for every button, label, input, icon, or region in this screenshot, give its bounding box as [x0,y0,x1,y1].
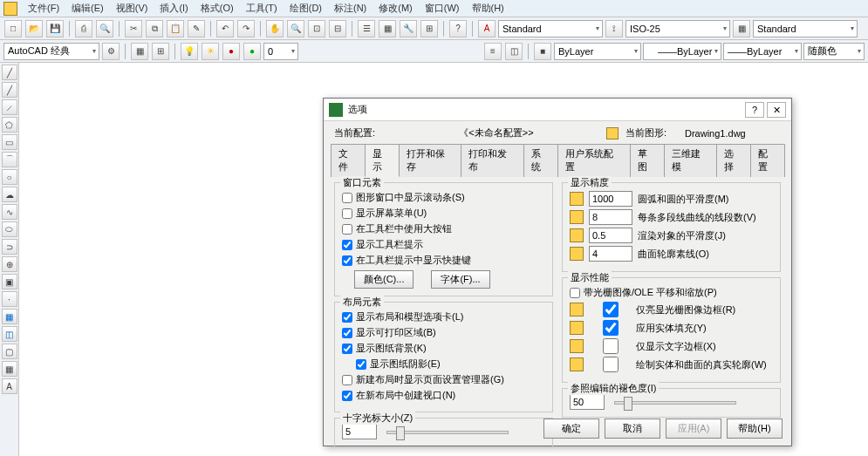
tab-profiles[interactable]: 配置 [750,144,785,177]
chk-silhouette[interactable]: 绘制实体和曲面的真实轮廓(W) [589,357,767,372]
tab-file[interactable]: 文件 [331,144,366,177]
tab-opensave[interactable]: 打开和保存 [399,144,462,177]
chk-viewport[interactable]: 在新布局中创建视口(N) [342,389,545,402]
open-icon[interactable]: 📂 [25,20,43,37]
paste-icon[interactable]: 📋 [167,20,184,37]
cancel-button[interactable]: 取消 [605,419,660,439]
copy-icon[interactable]: ⧉ [146,20,163,37]
dimstyle-dropdown[interactable]: ISO-25 [625,20,730,37]
freeze-icon[interactable]: ☀ [202,43,219,60]
xline-icon[interactable]: ╱ [2,82,17,98]
dimstyle-icon[interactable]: ⟟ [605,20,623,37]
rect-icon[interactable]: ▭ [2,134,17,150]
layer-dropdown[interactable]: ByLayer [554,43,641,60]
chk-textframe[interactable]: 仅显示文字边框(X) [589,338,716,354]
pan-icon[interactable]: ✋ [266,20,284,37]
tab-display[interactable]: 显示 [365,144,400,177]
new-icon[interactable]: □ [4,20,22,37]
menu-dim[interactable]: 标注(N) [329,0,372,17]
menu-file[interactable]: 文件(F) [23,0,65,17]
tab-draft[interactable]: 草图 [630,144,665,177]
dc-icon[interactable]: ▦ [379,20,396,37]
chk-screenmenu[interactable]: 显示屏幕菜单(U) [342,207,545,220]
chk-bigbuttons[interactable]: 在工具栏中使用大按钮 [342,222,545,235]
color-swatch[interactable]: ■ [534,43,551,60]
chk-papershadow[interactable]: 显示图纸阴影(E) [342,357,545,371]
menu-insert[interactable]: 插入(I) [154,0,193,17]
spline-icon[interactable]: ∿ [2,204,17,220]
help-button[interactable]: ? [745,102,764,118]
zoomp-icon[interactable]: ⊟ [329,20,346,37]
snap-icon[interactable]: ⊞ [152,43,169,60]
close-button[interactable]: ✕ [767,102,786,118]
mtext-icon[interactable]: A [2,378,17,394]
pline-seg-input[interactable] [589,209,632,225]
tool-icon[interactable]: 🔧 [400,20,417,37]
menu-window[interactable]: 窗口(W) [420,0,465,17]
ellipse-icon[interactable]: ⬭ [2,221,17,237]
workspace-dropdown[interactable]: AutoCAD 经典 [3,43,99,60]
revcloud-icon[interactable]: ☁ [2,187,17,202]
arc-smooth-input[interactable] [589,191,632,207]
chk-tooltips[interactable]: 显示工具栏提示 [342,238,545,251]
layer-icon[interactable]: 💡 [181,43,198,60]
apply-button[interactable]: 应用(A) [666,419,721,439]
menu-help[interactable]: 帮助(H) [467,0,509,17]
tab-system[interactable]: 系统 [523,144,558,177]
fade-input[interactable] [570,394,605,410]
grid-icon[interactable]: ▦ [131,43,148,60]
color-dropdown[interactable]: —— ByLayer [643,43,721,60]
chk-paperbg[interactable]: 显示图纸背景(K) [342,342,545,355]
region-icon[interactable]: ▢ [2,344,17,359]
zoomw-icon[interactable]: ⊡ [308,20,325,37]
chk-ole[interactable]: 带光栅图像/OLE 平移和缩放(P) [570,286,773,299]
menu-modify[interactable]: 修改(M) [373,0,418,17]
chk-pagesetup[interactable]: 新建布局时显示页面设置管理器(G) [342,373,545,386]
lwt-dropdown[interactable]: 随颜色 [803,43,865,60]
chk-printarea[interactable]: 显示可打印区域(B) [342,326,545,339]
crosshair-input[interactable] [342,424,377,439]
save-icon[interactable]: 💾 [46,20,64,37]
block-icon[interactable]: ▣ [2,274,17,289]
cut-icon[interactable]: ✂ [125,20,142,37]
redo-icon[interactable]: ↷ [237,20,255,37]
chk-layouttabs[interactable]: 显示布局和模型选项卡(L) [342,310,545,323]
preview-icon[interactable]: 🔍 [96,20,113,37]
crosshair-slider[interactable] [386,431,509,434]
render-smooth-input[interactable] [589,228,632,243]
tablestyle-icon[interactable]: ▦ [733,20,750,37]
lock-icon[interactable]: ● [222,43,240,60]
menu-format[interactable]: 格式(O) [195,0,239,17]
textstyle-icon[interactable]: A [478,20,496,37]
fonts-button[interactable]: 字体(F)... [431,270,489,289]
chk-raster[interactable]: 仅亮显光栅图像边框(R) [589,302,735,317]
zoom-icon[interactable]: 🔍 [287,20,304,37]
insert-icon[interactable]: ⊕ [2,256,17,272]
layermgr-icon[interactable]: ≡ [484,43,502,60]
colors-button[interactable]: 颜色(C)... [354,270,413,289]
layer-num[interactable]: 0 [263,43,298,60]
match-icon[interactable]: ✎ [188,20,205,37]
help-button[interactable]: 帮助(H) [727,419,783,439]
line-icon[interactable]: ╱ [2,65,17,80]
menu-tools[interactable]: 工具(T) [241,0,283,17]
layerstate-icon[interactable]: ◫ [505,43,523,60]
chk-shortcuts[interactable]: 在工具栏提示中显示快捷键 [342,254,545,267]
menu-draw[interactable]: 绘图(D) [284,0,327,17]
gradient-icon[interactable]: ◫ [2,326,17,342]
chk-solidfill[interactable]: 应用实体填充(Y) [589,320,707,336]
undo-icon[interactable]: ↶ [216,20,234,37]
props-icon[interactable]: ☰ [358,20,375,37]
menu-view[interactable]: 视图(V) [111,0,154,17]
arc-icon[interactable]: ⌒ [2,152,17,167]
tab-userpref[interactable]: 用户系统配置 [557,144,631,177]
help-icon[interactable]: ? [449,20,467,37]
pline-icon[interactable]: ⟋ [2,99,17,115]
dialog-titlebar[interactable]: 选项 ? ✕ [324,99,791,121]
plot-icon[interactable]: ● [243,43,261,60]
ok-button[interactable]: 确定 [543,419,599,439]
point-icon[interactable]: · [2,291,17,307]
ltype-dropdown[interactable]: —— ByLayer [723,43,802,60]
hatch-icon[interactable]: ▦ [2,309,17,324]
menu-edit[interactable]: 编辑(E) [66,0,109,17]
